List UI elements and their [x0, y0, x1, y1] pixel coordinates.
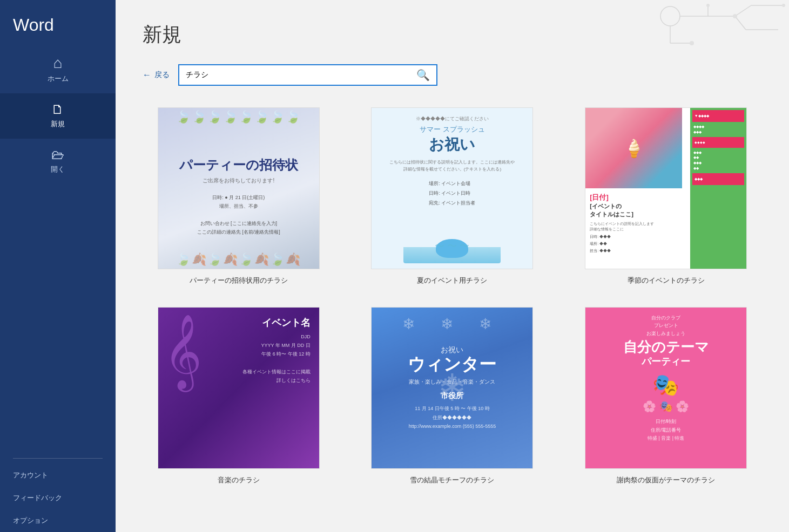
- seasonal-desc: こちらにイベントの説明を記入します詳細な情報をここに: [590, 221, 686, 232]
- search-bar: ← 戻る 🔍: [143, 64, 762, 86]
- seasonal-green-text2: ◆◆◆◆◆◆◆◆◆◆: [692, 149, 744, 172]
- carnival-title: 自分のテーマ: [623, 339, 709, 355]
- carnival-bottom: 特盛 | 音楽 | 特進: [648, 434, 685, 442]
- music-event-name: イベント名: [262, 316, 311, 329]
- sidebar-item-home-label: ホーム: [48, 74, 69, 84]
- search-input-wrap: 🔍: [178, 64, 437, 86]
- template-thumb-winter: ❄ お祝い ウィンター 家族・楽しみ・食品・音楽・ダンス 市役所 11 月 14…: [371, 307, 533, 469]
- template-grid: パーティーの招待状 ご出席をお待ちしております! 日時: ● 月 21 日(土曜…: [143, 107, 762, 485]
- svg-point-12: [782, 4, 785, 7]
- summer-content: こちらには招待状に関する説明を記入します。ここには連絡先や 詳細な情報を載せてく…: [389, 159, 515, 173]
- seasonal-image: 🍦: [585, 108, 682, 188]
- main-content: 新規 ← 戻る 🔍 パーティーの招待状 ご出席をお待ちしております! 日時: ●…: [116, 0, 789, 532]
- seasonal-bar2: ◆◆◆◆: [692, 137, 744, 148]
- search-input[interactable]: [186, 71, 416, 79]
- sidebar-separator: [13, 458, 103, 459]
- sidebar-item-account[interactable]: アカウント: [0, 464, 116, 487]
- seasonal-bar3: ◆◆◆: [692, 173, 744, 185]
- seasonal-date: [日付]: [590, 193, 686, 202]
- winter-tagline: 家族・楽しみ・食品・音楽・ダンス: [409, 378, 495, 386]
- template-preview-summer: ※◆◆◆◆◆にてご確認ください サマー スプラッシュ お祝い こちらには招待状に…: [372, 108, 532, 269]
- seasonal-right: ▼◆◆◆◆ ◆◆◆◆◆◆◆ ◆◆◆◆ ◆◆◆◆◆◆◆◆◆◆ ◆◆◆: [690, 108, 746, 269]
- sidebar-item-feedback[interactable]: フィードバック: [0, 487, 116, 509]
- template-preview-winter: ❄ お祝い ウィンター 家族・楽しみ・食品・音楽・ダンス 市役所 11 月 14…: [372, 308, 532, 468]
- seasonal-table: 日時: ◆◆◆ 場所: ◆◆ 担当: ◆◆◆: [590, 234, 686, 254]
- template-item-seasonal[interactable]: 🍦 ▼◆◆◆◆ ◆◆◆◆◆◆◆ ◆◆◆◆ ◆◆◆◆◆◆◆◆◆◆ ◆◆◆ [日付]…: [570, 107, 762, 285]
- template-label-music: 音楽のチラシ: [218, 475, 260, 485]
- sidebar-bottom: アカウント フィードバック オプション: [0, 453, 116, 532]
- folder-icon: 🗁: [51, 148, 64, 161]
- back-button[interactable]: ← 戻る: [143, 70, 170, 80]
- home-icon: ⌂: [53, 56, 63, 71]
- app-title: Word: [0, 0, 116, 46]
- sidebar-item-new-label: 新規: [51, 119, 65, 129]
- search-button[interactable]: 🔍: [416, 69, 430, 81]
- seasonal-event: [イベントのタイトルはここ]: [590, 202, 686, 219]
- summer-top: ※◆◆◆◆◆にてご確認ください: [416, 115, 489, 122]
- template-item-carnival[interactable]: 自分のクラブプレゼントお楽しみましょう 自分のテーマ パーティー 🎭 🌸 🎭 🌸…: [570, 307, 762, 485]
- sidebar-item-options[interactable]: オプション: [0, 509, 116, 532]
- summer-scene: 〜 〜 〜: [403, 213, 501, 263]
- winter-title: ウィンター: [408, 355, 496, 374]
- template-preview-music: 𝄞 イベント名 DJD YYYY 年 MM 月 DD 日 午後 6 時〜 午後 …: [158, 308, 319, 468]
- back-arrow-icon: ←: [143, 70, 151, 80]
- template-label-winter: 雪の結晶モチーフのチラシ: [410, 475, 494, 485]
- winter-sub: お祝い: [441, 345, 463, 355]
- template-preview-seasonal: 🍦 ▼◆◆◆◆ ◆◆◆◆◆◆◆ ◆◆◆◆ ◆◆◆◆◆◆◆◆◆◆ ◆◆◆ [日付]…: [585, 108, 746, 269]
- summer-title: お祝い: [429, 134, 475, 155]
- winter-venue: 市役所: [441, 391, 463, 401]
- sidebar-item-new[interactable]: 🗋 新規: [0, 93, 116, 139]
- svg-point-7: [733, 14, 737, 18]
- template-thumb-carnival: 自分のクラブプレゼントお楽しみましょう 自分のテーマ パーティー 🎭 🌸 🎭 🌸…: [585, 307, 747, 469]
- template-thumb-seasonal: 🍦 ▼◆◆◆◆ ◆◆◆◆◆◆◆ ◆◆◆◆ ◆◆◆◆◆◆◆◆◆◆ ◆◆◆ [日付]…: [585, 107, 747, 269]
- template-item-winter[interactable]: ❄ お祝い ウィンター 家族・楽しみ・食品・音楽・ダンス 市役所 11 月 14…: [356, 307, 549, 485]
- template-preview-carnival: 自分のクラブプレゼントお楽しみましょう 自分のテーマ パーティー 🎭 🌸 🎭 🌸…: [585, 308, 746, 468]
- party-details: 日時: ● 月 21 日(土曜日) 場所、担当、不参 お問い合わせ [ここに連絡…: [197, 193, 280, 237]
- sidebar: Word ⌂ ホーム 🗋 新規 🗁 開く アカウント フィードバック オプション: [0, 0, 116, 532]
- sidebar-item-open-label: 開く: [51, 165, 65, 174]
- party-sub: ご出席をお待ちしております!: [203, 177, 274, 185]
- template-thumb-summer: ※◆◆◆◆◆にてご確認ください サマー スプラッシュ お祝い こちらには招待状に…: [371, 107, 533, 269]
- carnival-decor: 🌸 🎭 🌸: [643, 400, 689, 413]
- template-thumb-party: パーティーの招待状 ご出席をお待ちしております! 日時: ● 月 21 日(土曜…: [158, 107, 320, 269]
- template-label-carnival: 謝肉祭の仮面がテーマのチラシ: [617, 475, 715, 485]
- summer-waves: 〜 〜 〜: [403, 240, 501, 253]
- summer-rows: 場所: イベント会場 日時: イベント日時 宛先: イベント担当者: [429, 179, 475, 208]
- seasonal-green-text: ◆◆◆◆◆◆◆: [692, 123, 744, 136]
- page-title: 新規: [143, 22, 762, 48]
- carnival-mask-icon: 🎭: [652, 372, 679, 398]
- carnival-subtitle: パーティー: [642, 355, 690, 368]
- seasonal-bar1: ▼◆◆◆◆: [692, 110, 744, 122]
- svg-point-10: [706, 4, 710, 7]
- party-title: パーティーの招待状: [179, 156, 298, 174]
- template-item-music[interactable]: 𝄞 イベント名 DJD YYYY 年 MM 月 DD 日 午後 6 時〜 午後 …: [143, 307, 335, 485]
- template-label-party: パーティーの招待状用のチラシ: [190, 276, 288, 285]
- seasonal-bottom: [日付] [イベントのタイトルはここ] こちらにイベントの説明を記入します詳細な…: [585, 188, 690, 269]
- winter-date: 11 月 14 日午後 5 時 〜 午後 10 時 住所◆◆◆◆◆◆ http:…: [409, 404, 496, 431]
- template-label-seasonal: 季節のイベントのチラシ: [628, 276, 705, 285]
- back-label: 戻る: [154, 70, 170, 80]
- music-details: DJD YYYY 年 MM 月 DD 日 午後 6 時〜 午後 12 時 各種イ…: [242, 332, 311, 385]
- template-thumb-music: 𝄞 イベント名 DJD YYYY 年 MM 月 DD 日 午後 6 時〜 午後 …: [158, 307, 320, 469]
- template-item-summer[interactable]: ※◆◆◆◆◆にてご確認ください サマー スプラッシュ お祝い こちらには招待状に…: [356, 107, 549, 285]
- sidebar-item-open[interactable]: 🗁 開く: [0, 139, 116, 184]
- sidebar-item-home[interactable]: ⌂ ホーム: [0, 46, 116, 93]
- template-preview-party: パーティーの招待状 ご出席をお待ちしております! 日時: ● 月 21 日(土曜…: [158, 108, 319, 269]
- template-label-summer: 夏のイベント用チラシ: [417, 276, 487, 285]
- summer-sub: サマー スプラッシュ: [420, 125, 485, 134]
- music-clef: 𝄞: [164, 318, 202, 383]
- template-item-party[interactable]: パーティーの招待状 ご出席をお待ちしております! 日時: ● 月 21 日(土曜…: [143, 107, 335, 285]
- carnival-details: 日付/時刻 住所/電話番号: [651, 417, 682, 434]
- carnival-header: 自分のクラブプレゼントお楽しみましょう: [646, 314, 685, 337]
- svg-line-4: [735, 5, 751, 16]
- new-doc-icon: 🗋: [51, 103, 64, 116]
